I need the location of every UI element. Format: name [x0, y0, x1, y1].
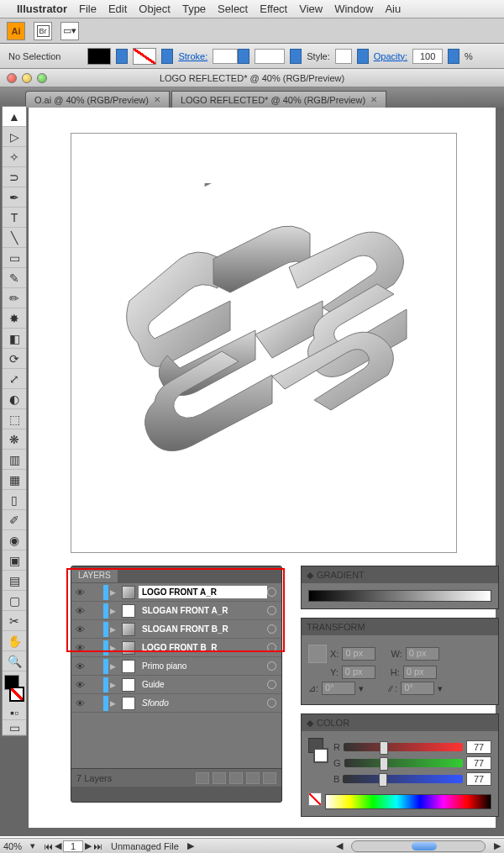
target-icon[interactable]	[267, 698, 276, 708]
disclosure-triangle-icon[interactable]: ▶	[110, 644, 118, 652]
artboard-page-input[interactable]	[63, 840, 83, 852]
eraser-tool[interactable]: ◧	[3, 329, 26, 349]
slice-tool[interactable]: ✂	[3, 611, 26, 631]
layer-name[interactable]: Primo piano	[139, 660, 267, 672]
visibility-toggle-icon[interactable]: 👁	[71, 658, 88, 675]
spectrum-bar[interactable]	[325, 794, 491, 809]
layer-row[interactable]: 👁▶Sfondo	[71, 694, 281, 713]
app-name[interactable]: Illustrator	[17, 3, 67, 15]
close-window-icon[interactable]	[7, 73, 17, 83]
disclosure-icon[interactable]: ◆	[307, 570, 313, 581]
new-layer-icon[interactable]	[246, 772, 260, 784]
type-tool[interactable]: T	[3, 208, 26, 228]
target-icon[interactable]	[267, 661, 276, 671]
zoom-tool[interactable]: 🔍	[3, 651, 26, 671]
bridge-icon[interactable]: Br	[34, 22, 52, 40]
stroke-swatch[interactable]	[133, 48, 156, 65]
menu-type[interactable]: Type	[182, 3, 206, 15]
disclosure-triangle-icon[interactable]: ▶	[110, 625, 118, 634]
layer-name[interactable]: LOGO FRONT A_R	[139, 586, 267, 598]
layer-name[interactable]: LOGO FRONT B_R	[139, 641, 267, 654]
layer-name[interactable]: SLOGAN FRONT B_R	[139, 623, 267, 635]
menu-object[interactable]: Object	[139, 3, 171, 15]
blob-brush-tool[interactable]: ✸	[3, 308, 26, 329]
menu-view[interactable]: View	[299, 3, 323, 15]
close-tab-icon[interactable]: ✕	[370, 95, 377, 104]
fill-swatch[interactable]	[87, 48, 111, 65]
scroll-right-icon[interactable]: ▶	[494, 840, 501, 851]
disclosure-triangle-icon[interactable]: ▶	[110, 662, 118, 671]
new-sublayer-icon[interactable]	[229, 772, 243, 784]
target-icon[interactable]	[267, 587, 276, 597]
layer-name[interactable]: SLOGAN FRONT A_R	[139, 604, 267, 617]
lasso-tool[interactable]: ⊃	[3, 167, 26, 187]
layer-row[interactable]: 👁▶SLOGAN FRONT A_R	[71, 602, 281, 620]
y-input[interactable]: 0 px	[342, 666, 375, 679]
layer-row[interactable]: 👁▶SLOGAN FRONT B_R	[71, 620, 281, 639]
screen-mode[interactable]: ▭	[3, 720, 26, 735]
scroll-left-icon[interactable]: ◀	[336, 840, 343, 851]
blend-tool[interactable]: ◉	[3, 530, 26, 550]
layer-row[interactable]: 👁▶LOGO FRONT B_R	[71, 639, 281, 657]
gradient-ramp[interactable]	[308, 590, 491, 602]
target-icon[interactable]	[267, 606, 276, 615]
selection-tool[interactable]: ▲	[3, 107, 26, 127]
make-clipping-mask-icon[interactable]	[213, 772, 226, 784]
opacity-input[interactable]	[412, 49, 443, 64]
transform-panel[interactable]: TRANSFORM X:0 px W:0 px Y:0 px H:0 px	[301, 618, 499, 705]
line-tool[interactable]: ╲	[3, 228, 26, 248]
b-input[interactable]	[466, 772, 491, 786]
layer-name[interactable]: Guide	[139, 678, 267, 691]
hand-tool[interactable]: ✋	[3, 631, 26, 651]
free-transform-tool[interactable]: ⬚	[3, 409, 26, 429]
disclosure-icon[interactable]: ◆	[307, 718, 313, 729]
rectangle-tool[interactable]: ▭	[3, 248, 26, 268]
disclosure-triangle-icon[interactable]: ▶	[110, 607, 118, 615]
paintbrush-tool[interactable]: ✎	[3, 268, 26, 288]
document-tab[interactable]: O.ai @ 40% (RGB/Preview)✕	[25, 91, 170, 108]
menu-edit[interactable]: Edit	[108, 3, 127, 15]
gradient-panel[interactable]: ◆GRADIENT	[301, 566, 499, 609]
r-input[interactable]	[466, 740, 491, 754]
locate-object-icon[interactable]	[196, 772, 209, 784]
style-dd[interactable]	[357, 49, 369, 64]
x-input[interactable]: 0 px	[342, 647, 375, 661]
graph-tool[interactable]: ▥	[3, 450, 26, 470]
shear-input[interactable]: 0°	[401, 682, 434, 695]
b-slider[interactable]	[343, 775, 463, 783]
brush-dd[interactable]	[290, 49, 302, 64]
target-icon[interactable]	[267, 643, 276, 652]
brush-style[interactable]	[255, 49, 285, 64]
target-icon[interactable]	[267, 680, 276, 689]
arrange-icon[interactable]: ▭▾	[60, 22, 79, 40]
delete-layer-icon[interactable]	[263, 772, 276, 784]
stroke-weight-dd[interactable]	[238, 49, 249, 64]
artboard-tool[interactable]: ▢	[3, 591, 26, 611]
ai-app-icon[interactable]: Ai	[7, 22, 25, 40]
reference-point-icon[interactable]	[308, 645, 327, 663]
none-color-icon[interactable]	[308, 792, 322, 806]
menu-window[interactable]: Window	[334, 3, 373, 15]
eyedropper-tool[interactable]: ✐	[3, 510, 26, 530]
stroke-weight-input[interactable]	[213, 49, 238, 64]
direct-selection-tool[interactable]: ▷	[3, 127, 26, 147]
w-input[interactable]: 0 px	[406, 647, 439, 661]
next-artboard-icon[interactable]: ▶	[85, 840, 92, 851]
layers-tab[interactable]: LAYERS	[71, 568, 118, 582]
live-paint-tool[interactable]: ▣	[3, 550, 26, 571]
last-artboard-icon[interactable]: ⏭	[93, 841, 102, 851]
color-mode[interactable]: ▪▫	[3, 705, 26, 720]
opacity-label[interactable]: Opacity:	[374, 51, 407, 61]
rotate-tool[interactable]: ⟳	[3, 349, 26, 369]
warp-tool[interactable]: ◐	[3, 389, 26, 409]
first-artboard-icon[interactable]: ⏮	[44, 841, 53, 851]
disclosure-triangle-icon[interactable]: ▶	[110, 588, 118, 597]
magic-wand-tool[interactable]: ✧	[3, 147, 26, 167]
stroke-dropdown[interactable]	[161, 49, 173, 64]
scale-tool[interactable]: ⤢	[3, 369, 26, 389]
visibility-toggle-icon[interactable]: 👁	[71, 640, 88, 656]
target-icon[interactable]	[267, 624, 276, 634]
visibility-toggle-icon[interactable]: 👁	[71, 584, 88, 601]
color-stroke-swatch[interactable]	[313, 748, 328, 763]
menu-help[interactable]: Aiu	[385, 3, 401, 15]
